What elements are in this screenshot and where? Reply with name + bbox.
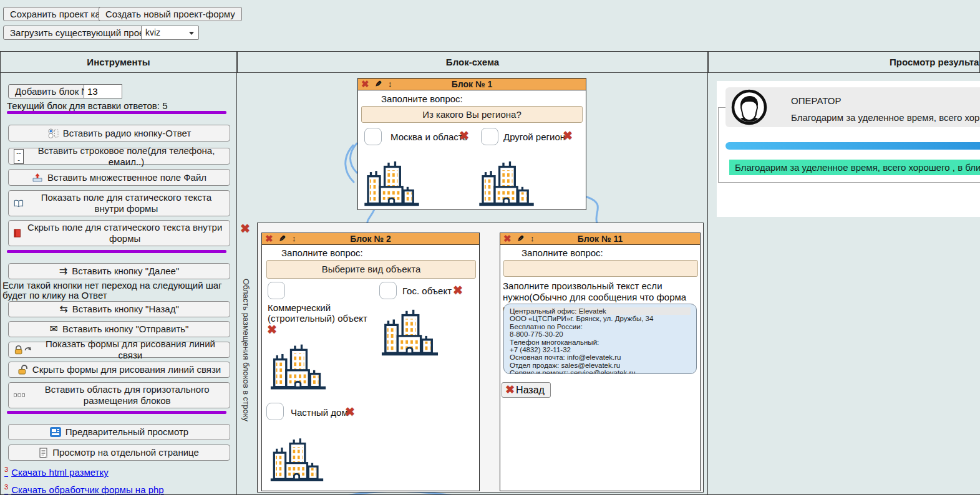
back-button[interactable]: ✖ Назад: [502, 382, 551, 398]
delete-block-icon[interactable]: ✖: [361, 79, 369, 90]
insert-back-button[interactable]: ⇆ Вставить кнопку "Назад": [8, 301, 230, 317]
block-11: ✖ ✎ ↕ Блок № 11 Заполните вопрос: Заполн…: [500, 233, 701, 491]
lock-open-icon: [17, 365, 28, 375]
download-html-label: Скачать html разметку: [11, 467, 109, 478]
answer-checkbox[interactable]: [364, 128, 382, 145]
download-html-link[interactable]: 3Скачать html разметку: [4, 466, 109, 478]
preview-page-label: Просмотр на отдельной странице: [52, 447, 199, 458]
insert-string-field-button[interactable]: --- Вставить строковое поле(для телефона…: [8, 148, 230, 165]
contact-line: +7 (4832) 32-11-32: [510, 346, 691, 353]
block-1-question-input[interactable]: Из какого Вы региона?: [361, 106, 583, 123]
insert-file-label: Вставить множественное поле Файл: [47, 172, 206, 183]
insert-radio-label: Вставить радио кнопку-Ответ: [63, 128, 192, 139]
block-2: ✖ ✎ ↕ Блок № 2 Заполните вопрос: Выберит…: [261, 233, 480, 491]
delete-block-icon[interactable]: ✖: [265, 233, 273, 244]
save-project-as-button[interactable]: Сохранить проект как: [3, 7, 111, 21]
answer-checkbox[interactable]: [481, 128, 498, 145]
block-11-title: Блок № 11: [578, 234, 623, 244]
block-1-header: ✖ ✎ ↕ Блок № 1: [358, 79, 586, 90]
preview-button[interactable]: Предварительный просмотр: [8, 424, 230, 440]
delete-row-area-icon[interactable]: ✖: [240, 221, 250, 236]
back-arrow-icon: ⇆: [59, 304, 67, 315]
divider: [7, 250, 226, 253]
contact-line: Центральный офис: Elevatek: [510, 307, 691, 315]
file-upload-icon: [32, 173, 43, 182]
insert-next-button[interactable]: ⇉ Вставить кнопку "Далее": [8, 263, 230, 279]
preview-panel-title: Просмотр результата: [890, 52, 980, 72]
hide-static-label: Скрыть поле для статического текста внут…: [25, 222, 225, 244]
delete-answer-icon[interactable]: ✖: [453, 283, 463, 297]
move-block-icon[interactable]: ↕: [292, 233, 296, 244]
operator-avatar: [731, 89, 767, 125]
operator-message: Благодарим за уделенное время, всего хор…: [791, 112, 980, 123]
hide-static-text-button[interactable]: Скрыть поле для статического текста внут…: [8, 220, 230, 246]
show-static-text-button[interactable]: Показать поле для статического текста вн…: [8, 190, 230, 216]
hide-lines-label: Скрыть формы для рисования линий связи: [32, 364, 221, 375]
preview-panel: ОПЕРАТОР Благодарим за уделенное время, …: [708, 73, 980, 495]
row-placement-area: ✖ ✎ ↕ Блок № 2 Заполните вопрос: Выберит…: [257, 223, 704, 493]
insert-back-label: Вставить кнопку "Назад": [72, 304, 179, 315]
answer-label: Частный дом: [291, 407, 348, 418]
current-block-note: Текущий блок для вставки ответов: 5: [7, 100, 168, 111]
block-2-title: Блок № 2: [350, 234, 391, 244]
contact-line: Отдел продаж: sales@elevatek.ru: [510, 362, 691, 369]
book-closed-icon: [14, 228, 21, 238]
question-label: Заполните вопрос:: [381, 94, 463, 104]
insert-next-label: Вставить кнопку "Далее": [72, 266, 179, 277]
delete-answer-icon[interactable]: ✖: [345, 405, 355, 419]
buildings-icon: [269, 436, 324, 485]
contact-line: Бесплатно по России:: [510, 323, 691, 330]
chevron-down-icon: [189, 32, 194, 35]
block-2-question-input[interactable]: Выберите вид объекта: [266, 260, 476, 279]
buildings-icon: [363, 161, 420, 208]
delete-answer-icon[interactable]: ✖: [563, 128, 573, 143]
contact-line: Телефон многоканальный:: [510, 339, 691, 346]
row-area-label: Область размещения блоков в строку: [241, 279, 251, 421]
edit-block-icon[interactable]: ✎: [517, 233, 524, 244]
edit-block-icon[interactable]: ✎: [279, 233, 286, 244]
insert-string-label: Вставить строковое поле(для телефона, ем…: [28, 145, 225, 168]
delete-back-icon: ✖: [505, 383, 515, 397]
insert-horizontal-area-button[interactable]: Вставить область для горизотального разм…: [8, 382, 230, 408]
delete-block-icon[interactable]: ✖: [503, 233, 512, 244]
delete-answer-icon[interactable]: ✖: [267, 322, 277, 337]
progress-bar: [725, 142, 980, 150]
form-builder-app: Сохранить проект как Создать новый проек…: [0, 0, 980, 495]
string-field-icon: ---: [14, 149, 24, 164]
move-block-icon[interactable]: ↕: [388, 79, 392, 90]
hide-connection-lines-button[interactable]: Скрыть формы для рисования линий связи: [8, 362, 230, 378]
create-new-project-button[interactable]: Создать новый проект-форму: [99, 7, 242, 21]
boxes-icon: [14, 393, 25, 398]
edit-block-icon[interactable]: ✎: [375, 79, 382, 90]
add-block-number-input[interactable]: [84, 84, 122, 99]
insert-send-button[interactable]: ✉ Вставить кнопку "Отправить": [8, 321, 230, 337]
answer-label: Коммерческий (строительный) объект: [268, 302, 372, 324]
preview-panel-header: Просмотр результата: [708, 51, 980, 73]
project-select-value: kviz: [145, 27, 160, 37]
block-11-question-input[interactable]: [503, 260, 698, 277]
block-2-header: ✖ ✎ ↕ Блок № 2: [262, 233, 479, 245]
insert-area-label: Вставить область для горизотального разм…: [29, 384, 225, 406]
preview-icon: [50, 427, 61, 437]
answer-checkbox[interactable]: [379, 282, 397, 299]
delete-answer-icon[interactable]: ✖: [459, 128, 469, 143]
back-button-label: Назад: [516, 383, 545, 397]
schema-panel-header: Блок-схема: [237, 51, 708, 73]
load-project-button[interactable]: Загрузить существующий проект: [3, 26, 160, 40]
project-select[interactable]: kviz: [141, 26, 199, 40]
answer-checkbox[interactable]: [268, 282, 285, 299]
contact-line: Основная почта: info@elevatek.ru: [510, 353, 691, 361]
contact-line: Сервис и ремонт: service@elevatek.ru: [510, 369, 691, 374]
answer-label: Москва и область: [391, 132, 467, 142]
move-block-icon[interactable]: ↕: [530, 233, 535, 244]
block-11-header: ✖ ✎ ↕ Блок № 11: [500, 233, 700, 245]
static-text-area[interactable]: Центральный офис: ElevatekООО «ЦТСПиРИ»г…: [503, 304, 697, 374]
show-connection-lines-button[interactable]: Показать формы для рисования линий связи: [8, 342, 230, 358]
contact-line: 8-800-775-30-20: [510, 330, 691, 338]
preview-separate-page-button[interactable]: Просмотр на отдельной странице: [8, 445, 230, 461]
insert-file-field-button[interactable]: Вставить множественное поле Файл: [8, 169, 230, 186]
divider: [7, 411, 226, 414]
answer-checkbox[interactable]: [266, 403, 284, 420]
insert-radio-button[interactable]: Вставить радио кнопку-Ответ: [8, 125, 230, 142]
download-php-link[interactable]: 3Скачать обработчик формы на php: [4, 483, 164, 495]
